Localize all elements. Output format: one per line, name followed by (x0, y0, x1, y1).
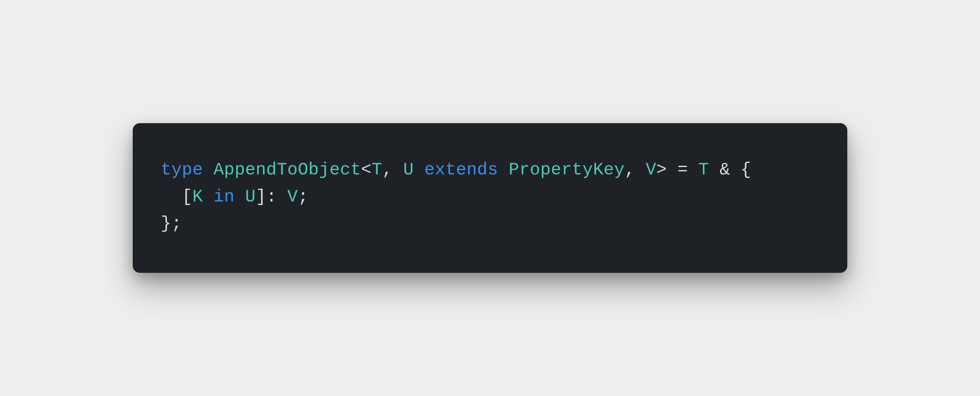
token-typeparam-t: T (372, 160, 382, 179)
token-space (393, 160, 403, 179)
token-semicolon: ; (298, 187, 308, 206)
token-space (667, 160, 677, 179)
token-keyword-type: type (161, 160, 203, 179)
token-indent (161, 187, 182, 206)
token-keyword-extends: extends (425, 160, 498, 179)
token-comma: , (625, 160, 635, 179)
token-colon: : (266, 187, 277, 206)
token-typeparam-v2: V (287, 187, 298, 206)
token-typeparam-k: K (192, 187, 203, 206)
token-space (635, 160, 646, 179)
token-typename-propertykey: PropertyKey (509, 160, 625, 179)
token-typename-append: AppendToObject (213, 160, 361, 179)
token-bracket-close: ] (256, 187, 266, 206)
token-space (730, 160, 741, 179)
token-angle-open: < (361, 160, 372, 179)
token-space (414, 160, 424, 179)
code-card: type AppendToObject<T, U extends Propert… (133, 123, 847, 272)
canvas: type AppendToObject<T, U extends Propert… (0, 0, 980, 396)
token-typeparam-t2: T (698, 160, 709, 179)
token-semicolon: ; (171, 214, 182, 233)
token-angle-close: > (656, 160, 667, 179)
code-block: type AppendToObject<T, U extends Propert… (161, 156, 819, 237)
token-space (234, 187, 245, 206)
token-space (498, 160, 509, 179)
token-typeparam-u: U (403, 160, 414, 179)
token-space (709, 160, 719, 179)
token-bracket-open: [ (182, 187, 192, 206)
token-keyword-in: in (213, 187, 235, 206)
token-brace-close: } (161, 214, 171, 233)
token-comma: , (382, 160, 393, 179)
token-equals: = (677, 160, 688, 179)
token-brace-open: { (741, 160, 751, 179)
token-typeparam-v: V (646, 160, 656, 179)
token-typeparam-u2: U (245, 187, 256, 206)
token-space (203, 160, 213, 179)
token-space (688, 160, 698, 179)
token-space (203, 187, 213, 206)
token-ampersand: & (719, 160, 730, 179)
token-space (277, 187, 287, 206)
